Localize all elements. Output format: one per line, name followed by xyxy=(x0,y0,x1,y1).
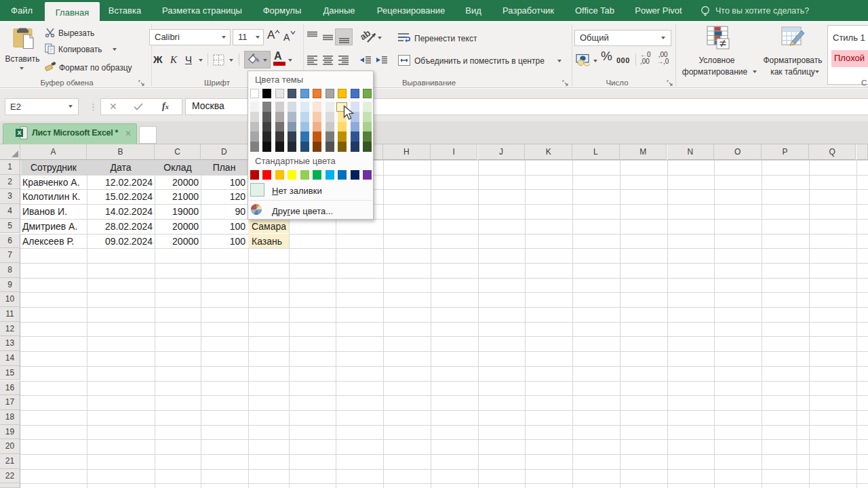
svg-text:X: X xyxy=(17,129,21,136)
